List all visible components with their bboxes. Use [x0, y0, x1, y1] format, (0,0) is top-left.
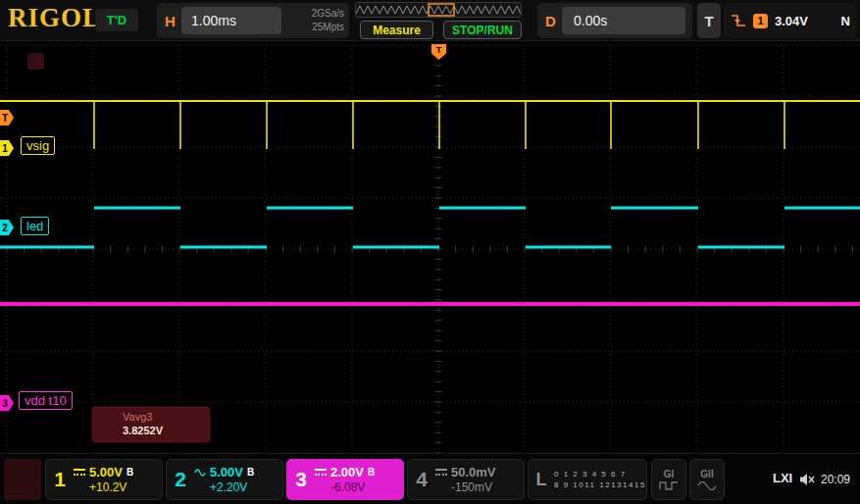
memory-waveform-icon [356, 3, 521, 17]
trigger-slope-icon [730, 13, 747, 28]
digital-row1: 0 1 2 3 4 5 6 7 [554, 469, 646, 479]
channel2-bandwidth-badge: B [247, 467, 254, 478]
channel1-bandwidth-badge: B [126, 467, 133, 478]
trigger-settings[interactable]: 1 3.04V N [724, 3, 856, 38]
menu-button[interactable] [4, 459, 41, 500]
acquisition-rates: 2GSa/s 25Mpts [312, 7, 344, 34]
bottom-status-bar: 1 5.00V B +10.2V 2 5.00V B +2.20V [0, 453, 860, 504]
channel2-status[interactable]: 2 5.00V B +2.20V [166, 459, 283, 500]
horizontal-panel: H 1.00ms 2GSa/s 25Mpts [157, 3, 349, 38]
channel1-annotation: vsig [21, 136, 55, 155]
stop-run-button[interactable]: STOP/RUN [443, 21, 522, 39]
digital-channels-status[interactable]: L 0 1 2 3 4 5 6 7 8 9 1011 12131415 [528, 459, 647, 500]
lxi-indicator: LXI [773, 471, 792, 485]
memory-position-strip[interactable] [355, 2, 522, 18]
square-wave-icon [659, 481, 679, 490]
top-status-bar: RIGOL T'D H 1.00ms 2GSa/s 25Mpts Measure… [0, 0, 860, 41]
memory-depth: 25Mpts [312, 21, 344, 34]
waveform-canvas [0, 41, 860, 453]
channel1-offset: +10.2V [74, 480, 158, 494]
channel2-offset: +2.20V [194, 480, 278, 494]
speaker-muted-icon [799, 473, 815, 490]
dc-coupling-icon [74, 469, 85, 476]
horizontal-label: H [165, 13, 176, 29]
dc-coupling-icon [435, 469, 447, 476]
channel3-status[interactable]: 3 2.00V B -6.08V [286, 459, 404, 500]
measurement-value: 3.8252V [123, 425, 210, 436]
sample-rate: 2GSa/s [312, 7, 344, 21]
digital-channel-list: 0 1 2 3 4 5 6 7 8 9 1011 12131415 [554, 469, 646, 490]
channel2-number: 2 [167, 468, 194, 491]
generator2-label: GII [700, 469, 713, 479]
channel1-scale: 5.00V [89, 465, 123, 479]
trigger-level-value: 3.04V [775, 14, 808, 28]
trigger-panel: T 1 3.04V N [697, 3, 856, 38]
generator1-label: GI [664, 469, 675, 479]
channel4-status[interactable]: 4 50.0mV -150mV [407, 459, 525, 500]
rigol-logo: RIGOL [8, 3, 101, 33]
delay-label: D [545, 13, 556, 29]
delay-value[interactable]: 0.00s [562, 7, 685, 34]
channel4-number: 4 [408, 468, 435, 491]
channel1-number: 1 [46, 468, 74, 491]
ac-coupling-icon [194, 469, 206, 477]
timebase-value[interactable]: 1.00ms [181, 7, 281, 34]
measurement-popup: Vavg3 3.8252V [91, 406, 211, 443]
trigger-status-badge: T'D [95, 9, 138, 31]
trigger-mode: N [841, 14, 850, 28]
measurement-name: Vavg3 [123, 411, 210, 423]
trigger-label: T [697, 3, 721, 38]
channel4-offset: -150mV [435, 480, 520, 494]
menu-back-button[interactable] [27, 53, 44, 70]
delay-panel: D 0.00s [537, 3, 692, 38]
channel3-number: 3 [287, 468, 315, 491]
generator1-status[interactable]: GI [651, 459, 686, 500]
digital-row2: 8 9 1011 12131415 [554, 479, 646, 490]
channel4-scale: 50.0mV [451, 465, 496, 479]
sine-wave-icon [697, 481, 717, 490]
dc-coupling-icon [315, 469, 327, 476]
channel2-annotation: led [21, 217, 49, 235]
system-clock: 20:09 [821, 473, 850, 486]
channel3-bandwidth-badge: B [368, 467, 375, 478]
digital-label: L [529, 470, 554, 490]
channel3-annotation: vdd t10 [19, 391, 73, 410]
channel2-scale: 5.00V [210, 465, 243, 479]
trigger-source-badge: 1 [753, 14, 768, 28]
channel3-offset: -6.08V [315, 480, 399, 494]
channel3-scale: 2.00V [330, 465, 364, 479]
measure-button[interactable]: Measure [360, 21, 433, 39]
oscilloscope-screen: RIGOL T'D H 1.00ms 2GSa/s 25Mpts Measure… [0, 0, 860, 504]
channel1-status[interactable]: 1 5.00V B +10.2V [45, 459, 163, 500]
waveform-display: T T 1 2 3 vsig led vdd t10 Vavg3 3.8252V [0, 41, 860, 453]
generator2-status[interactable]: GII [689, 459, 725, 500]
